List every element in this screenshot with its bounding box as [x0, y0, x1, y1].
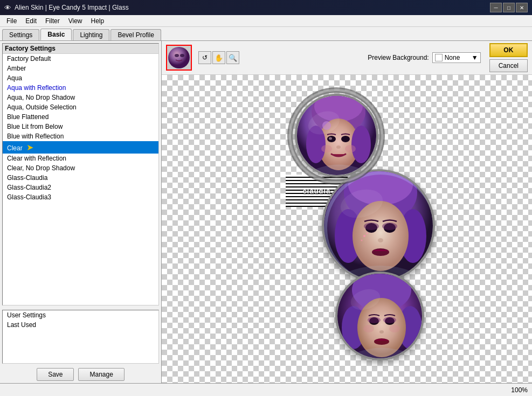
- svg-point-1: [175, 54, 179, 57]
- title-bar: 👁 Alien Skin | Eye Candy 5 Impact | Glas…: [0, 0, 532, 15]
- preset-blue-reflection[interactable]: Blue with Reflection: [3, 131, 158, 141]
- action-buttons: OK Cancel: [489, 43, 528, 72]
- preset-aqua-no-drop[interactable]: Aqua, No Drop Shadow: [3, 93, 158, 102]
- zoom-button[interactable]: 🔍: [226, 51, 239, 64]
- toolbar-icons: ↺ ✋ 🔍: [198, 51, 239, 64]
- svg-point-42: [383, 317, 396, 323]
- svg-point-14: [321, 145, 332, 152]
- svg-point-41: [368, 317, 381, 323]
- svg-point-15: [345, 145, 356, 152]
- window-title: Alien Skin | Eye Candy 5 Impact | Glass: [15, 4, 129, 11]
- preset-clear[interactable]: Clear ➤: [3, 141, 158, 154]
- color-swatch: [435, 54, 443, 61]
- menu-bar: File Edit Filter View Help: [0, 15, 532, 27]
- menu-help[interactable]: Help: [87, 16, 109, 26]
- svg-point-25: [364, 223, 379, 230]
- svg-point-9: [329, 137, 332, 140]
- preview-bg-dropdown[interactable]: None ▼: [432, 52, 481, 63]
- preset-amber[interactable]: Amber: [3, 64, 158, 73]
- preset-clear-no-drop[interactable]: Clear, No Drop Shadow: [3, 163, 158, 173]
- preview-bg-value: None: [445, 54, 460, 61]
- svg-point-8: [341, 136, 350, 142]
- portrait-image-1: [297, 96, 378, 177]
- tab-settings[interactable]: Settings: [2, 29, 39, 40]
- dropdown-arrow-icon: ▼: [472, 54, 478, 61]
- preset-blue-flat[interactable]: Blue Flattened: [3, 112, 158, 122]
- right-panel: ↺ ✋ 🔍 Preview Background: None ▼: [162, 41, 532, 383]
- portrait-image-2: [324, 171, 435, 282]
- status-bar: 100%: [0, 383, 532, 396]
- pan-tool-button[interactable]: ✋: [212, 51, 225, 64]
- svg-point-0: [168, 47, 190, 68]
- tab-bevel-profile[interactable]: Bevel Profile: [110, 29, 161, 40]
- portrait-image-3: [337, 274, 424, 360]
- thumbnail-image: [167, 46, 191, 70]
- svg-point-12: [351, 126, 371, 163]
- preset-blue-lit[interactable]: Blue Lit from Below: [3, 122, 158, 131]
- preset-factory-default[interactable]: Factory Default: [3, 54, 158, 64]
- preset-aqua-outside[interactable]: Aqua, Outside Selection: [3, 102, 158, 112]
- title-bar-controls: ─ □ ✕: [490, 3, 528, 12]
- tab-basic[interactable]: Basic: [40, 29, 72, 40]
- preset-list[interactable]: Factory Default Amber Aqua Aqua with Ref…: [3, 54, 158, 305]
- menu-view[interactable]: View: [64, 16, 87, 26]
- minimize-button[interactable]: ─: [490, 3, 502, 12]
- preset-aqua[interactable]: Aqua: [3, 73, 158, 83]
- left-panel: Factory Settings Factory Default Amber A…: [0, 41, 162, 383]
- save-button[interactable]: Save: [37, 368, 74, 381]
- claudia-text: claudia: [303, 187, 331, 195]
- ok-button[interactable]: OK: [489, 43, 528, 57]
- hand-icon: ✋: [215, 54, 223, 62]
- tab-bar: Settings Basic Lighting Bevel Profile: [0, 27, 532, 41]
- maximize-button[interactable]: □: [503, 3, 515, 12]
- svg-point-45: [363, 325, 374, 332]
- svg-point-26: [382, 223, 397, 230]
- manage-button[interactable]: Manage: [78, 368, 124, 381]
- menu-edit[interactable]: Edit: [21, 16, 41, 26]
- close-button[interactable]: ✕: [516, 3, 528, 12]
- preview-toolbar: ↺ ✋ 🔍 Preview Background: None ▼: [162, 41, 532, 75]
- svg-point-30: [367, 233, 368, 234]
- reset-view-button[interactable]: ↺: [198, 51, 211, 64]
- svg-point-29: [363, 235, 365, 237]
- portrait-circle-2: [322, 169, 435, 282]
- preview-thumbnail[interactable]: [166, 45, 192, 71]
- preset-clear-reflection[interactable]: Clear with Reflection: [3, 154, 158, 163]
- portrait-circle-3: [335, 272, 424, 360]
- cancel-button[interactable]: Cancel: [489, 59, 528, 72]
- bottom-buttons: Save Manage: [0, 366, 161, 383]
- svg-point-31: [361, 240, 363, 241]
- svg-point-27: [378, 238, 383, 242]
- zoom-level: 100%: [511, 386, 528, 394]
- svg-point-2: [180, 54, 184, 57]
- cursor-arrow-icon: ➤: [26, 142, 33, 152]
- preset-list-header: Factory Settings: [3, 44, 158, 54]
- preset-glass-claudia2[interactable]: Glass-Claudia2: [3, 183, 158, 192]
- preview-bg-label: Preview Background:: [368, 54, 429, 61]
- preset-aqua-reflection[interactable]: Aqua with Reflection: [3, 83, 158, 93]
- app-icon: 👁: [4, 4, 11, 12]
- preview-area[interactable]: claudia: [162, 75, 532, 383]
- svg-point-46: [389, 325, 400, 332]
- preset-glass-claudia3[interactable]: Glass-Claudia3: [3, 192, 158, 202]
- last-used-item[interactable]: Last Used: [3, 320, 158, 330]
- svg-point-10: [336, 145, 341, 149]
- reset-icon: ↺: [202, 54, 208, 61]
- zoom-icon: 🔍: [229, 54, 237, 62]
- preset-list-container: Factory Settings Factory Default Amber A…: [2, 43, 159, 305]
- tab-lighting[interactable]: Lighting: [73, 29, 109, 40]
- menu-file[interactable]: File: [2, 16, 21, 26]
- title-bar-left: 👁 Alien Skin | Eye Candy 5 Impact | Glas…: [4, 4, 129, 12]
- user-settings-panel: User Settings Last Used: [2, 310, 159, 364]
- preset-glass-claudia[interactable]: Glass-Claudia: [3, 173, 158, 183]
- preview-bg-selector: Preview Background: None ▼: [368, 52, 480, 63]
- main-content: Factory Settings Factory Default Amber A…: [0, 41, 532, 383]
- svg-point-43: [379, 330, 384, 334]
- user-settings-item[interactable]: User Settings: [3, 310, 158, 320]
- menu-filter[interactable]: Filter: [41, 16, 64, 26]
- portrait-circle-1: [295, 94, 378, 177]
